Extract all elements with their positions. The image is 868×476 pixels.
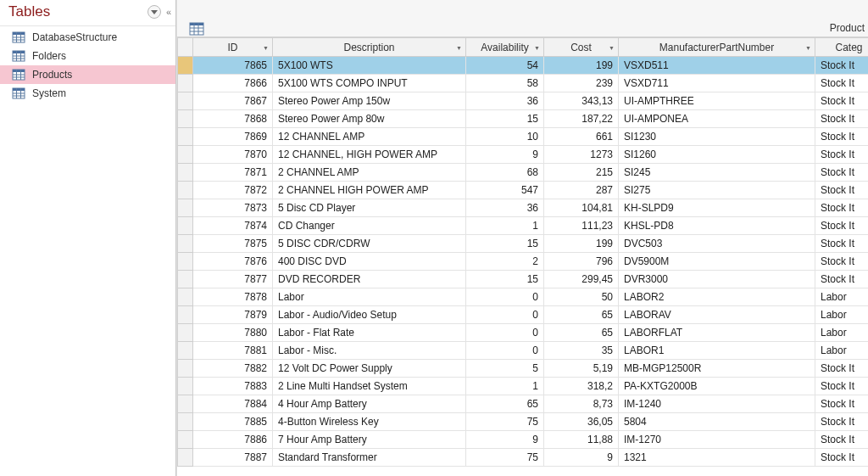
cell-category[interactable]: Stock It	[815, 110, 869, 128]
cell-id[interactable]: 7875	[193, 235, 273, 253]
table-row[interactable]: 78854-Button Wireless Key7536,055804Stoc…	[178, 413, 869, 431]
cell-id[interactable]: 7877	[193, 271, 273, 288]
table-row[interactable]: 78867 Hour Amp Battery911,88IM-1270Stock…	[178, 431, 869, 449]
column-header-description[interactable]: Description▼	[273, 38, 466, 57]
cell-mfg[interactable]: KHSL-PD8	[619, 217, 815, 235]
cell-availability[interactable]: 547	[466, 182, 544, 199]
cell-mfg[interactable]: KH-SLPD9	[619, 199, 815, 217]
table-row[interactable]: 78735 Disc CD Player36104,81KH-SLPD9Stoc…	[178, 199, 869, 217]
cell-id[interactable]: 7883	[193, 378, 273, 395]
cell-cost[interactable]: 9	[544, 449, 619, 467]
row-selector[interactable]	[178, 182, 193, 199]
cell-description[interactable]: 5X100 WTS	[273, 57, 466, 75]
cell-cost[interactable]: 65	[544, 324, 619, 342]
cell-description[interactable]: 4 Hour Amp Battery	[273, 395, 466, 413]
cell-id[interactable]: 7881	[193, 342, 273, 360]
cell-id[interactable]: 7865	[193, 57, 273, 75]
cell-id[interactable]: 7878	[193, 288, 273, 306]
cell-availability[interactable]: 65	[466, 395, 544, 413]
cell-category[interactable]: Stock It	[815, 431, 869, 449]
cell-mfg[interactable]: MB-MGP12500R	[619, 360, 815, 378]
row-selector[interactable]	[178, 449, 193, 467]
cell-cost[interactable]: 36,05	[544, 413, 619, 431]
cell-cost[interactable]: 796	[544, 253, 619, 271]
table-row[interactable]: 78844 Hour Amp Battery658,73IM-1240Stock…	[178, 395, 869, 413]
table-row[interactable]: 7881Labor - Misc.035LABOR1Labor	[178, 342, 869, 360]
datasheet[interactable]: ID▼ Description▼ Availability▼ Cost▼ Man…	[177, 37, 868, 476]
cell-category[interactable]: Labor	[815, 342, 869, 360]
table-row[interactable]: 7880Labor - Flat Rate065LABORFLATLabor	[178, 324, 869, 342]
cell-id[interactable]: 7884	[193, 395, 273, 413]
row-selector[interactable]	[178, 395, 193, 413]
chevron-down-icon[interactable]: ▼	[534, 44, 540, 50]
cell-id[interactable]: 7887	[193, 449, 273, 467]
column-header-category[interactable]: Categ	[815, 38, 869, 57]
sidebar-item-databasestructure[interactable]: DatabaseStructure	[0, 28, 175, 47]
cell-category[interactable]: Stock It	[815, 271, 869, 288]
column-header-cost[interactable]: Cost▼	[544, 38, 619, 57]
select-all-corner[interactable]	[178, 38, 193, 57]
cell-category[interactable]: Stock It	[815, 164, 869, 182]
table-row[interactable]: 78832 Line Multi Handset System1318,2PA-…	[178, 378, 869, 395]
table-row[interactable]: 7877DVD RECORDER15299,45DVR3000Stock It	[178, 271, 869, 288]
cell-id[interactable]: 7879	[193, 306, 273, 324]
cell-id[interactable]: 7871	[193, 164, 273, 182]
cell-mfg[interactable]: VSXD711	[619, 75, 815, 92]
column-header-availability[interactable]: Availability▼	[466, 38, 544, 57]
cell-category[interactable]: Stock It	[815, 378, 869, 395]
row-selector[interactable]	[178, 324, 193, 342]
row-selector[interactable]	[178, 431, 193, 449]
row-selector[interactable]	[178, 199, 193, 217]
row-selector[interactable]	[178, 164, 193, 182]
cell-description[interactable]: 2 Line Multi Handset System	[273, 378, 466, 395]
sidebar-item-products[interactable]: Products	[0, 65, 175, 84]
cell-mfg[interactable]: DVC503	[619, 235, 815, 253]
table-row[interactable]: 786912 CHANNEL AMP10661SI1230Stock It	[178, 128, 869, 146]
cell-description[interactable]: 12 CHANNEL, HIGH POWER AMP	[273, 146, 466, 164]
cell-description[interactable]: Stereo Power Amp 80w	[273, 110, 466, 128]
row-selector[interactable]	[178, 288, 193, 306]
cell-category[interactable]: Stock It	[815, 128, 869, 146]
cell-cost[interactable]: 287	[544, 182, 619, 199]
cell-cost[interactable]: 1273	[544, 146, 619, 164]
cell-description[interactable]: Labor	[273, 288, 466, 306]
cell-category[interactable]: Stock It	[815, 92, 869, 110]
cell-cost[interactable]: 111,23	[544, 217, 619, 235]
row-selector[interactable]	[178, 253, 193, 271]
cell-mfg[interactable]: UI-AMPONEA	[619, 110, 815, 128]
cell-cost[interactable]: 318,2	[544, 378, 619, 395]
cell-id[interactable]: 7876	[193, 253, 273, 271]
cell-availability[interactable]: 15	[466, 271, 544, 288]
cell-cost[interactable]: 104,81	[544, 199, 619, 217]
chevron-down-icon[interactable]: ▼	[456, 44, 462, 50]
table-row[interactable]: 7868Stereo Power Amp 80w15187,22UI-AMPON…	[178, 110, 869, 128]
cell-mfg[interactable]: LABOR1	[619, 342, 815, 360]
row-selector[interactable]	[178, 271, 193, 288]
cell-availability[interactable]: 0	[466, 306, 544, 324]
cell-category[interactable]: Stock It	[815, 217, 869, 235]
cell-mfg[interactable]: LABORFLAT	[619, 324, 815, 342]
cell-availability[interactable]: 1	[466, 378, 544, 395]
cell-id[interactable]: 7868	[193, 110, 273, 128]
cell-mfg[interactable]: IM-1270	[619, 431, 815, 449]
table-row[interactable]: 78722 CHANNEL HIGH POWER AMP547287SI275S…	[178, 182, 869, 199]
cell-description[interactable]: Labor - Audio/Video Setup	[273, 306, 466, 324]
cell-description[interactable]: 5X100 WTS COMPO INPUT	[273, 75, 466, 92]
cell-availability[interactable]: 58	[466, 75, 544, 92]
row-selector[interactable]	[178, 110, 193, 128]
row-selector[interactable]	[178, 413, 193, 431]
cell-description[interactable]: 2 CHANNEL AMP	[273, 164, 466, 182]
cell-category[interactable]: Labor	[815, 306, 869, 324]
table-row[interactable]: 7876400 DISC DVD2796DV5900MStock It	[178, 253, 869, 271]
cell-availability[interactable]: 2	[466, 253, 544, 271]
row-selector[interactable]	[178, 306, 193, 324]
cell-cost[interactable]: 11,88	[544, 431, 619, 449]
row-selector[interactable]	[178, 57, 193, 75]
row-selector[interactable]	[178, 75, 193, 92]
table-row[interactable]: 7867Stereo Power Amp 150w36343,13UI-AMPT…	[178, 92, 869, 110]
cell-availability[interactable]: 9	[466, 431, 544, 449]
cell-mfg[interactable]: SI275	[619, 182, 815, 199]
cell-description[interactable]: Labor - Flat Rate	[273, 324, 466, 342]
cell-description[interactable]: 7 Hour Amp Battery	[273, 431, 466, 449]
table-row[interactable]: 78655X100 WTS54199VSXD511Stock It	[178, 57, 869, 75]
